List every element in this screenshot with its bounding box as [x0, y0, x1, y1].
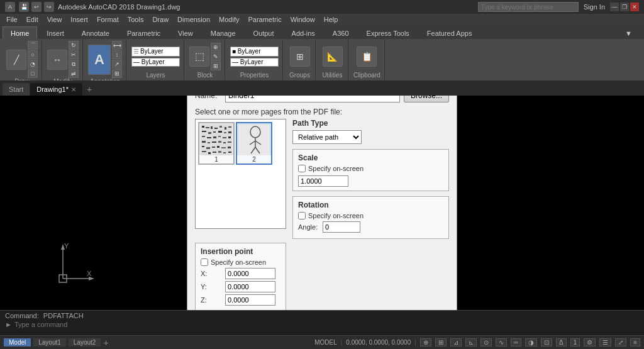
menu-edit[interactable]: Edit [23, 14, 42, 25]
menu-draw[interactable]: Draw [148, 14, 172, 25]
layout2-tab[interactable]: Layout2 [69, 338, 101, 346]
drawing1-tab-close[interactable]: ✕ [71, 86, 76, 93]
line-button[interactable]: ╱ [6, 50, 26, 70]
page-thumb-2[interactable]: 2 [236, 122, 272, 165]
tab-manage[interactable]: Manage [203, 26, 244, 39]
sel-cycling-button[interactable]: ⊡ [541, 338, 552, 346]
tab-express-tools[interactable]: Express Tools [358, 26, 418, 39]
tab-a360[interactable]: A360 [325, 26, 357, 39]
minimize-button[interactable]: — [610, 3, 619, 11]
grid-button[interactable]: ⊞ [435, 338, 447, 346]
tab-home[interactable]: Home [3, 26, 37, 39]
insertion-specify-checkbox[interactable] [201, 258, 208, 266]
doc-tab-drawing1[interactable]: Drawing1* ✕ [30, 83, 82, 96]
x-input[interactable] [225, 268, 275, 279]
otrack-button[interactable]: ∿ [496, 338, 507, 346]
snap-button[interactable]: ⊕ [420, 338, 431, 346]
page-thumb-1[interactable]: 1 [198, 122, 235, 165]
command-input-field[interactable] [14, 321, 639, 328]
dim2-button[interactable]: ↕ [112, 50, 122, 59]
leader-button[interactable]: ↗ [112, 60, 122, 69]
sign-in-link[interactable]: Sign In [584, 3, 605, 11]
paste-button[interactable]: 📋 [357, 47, 377, 67]
lineweight-selector[interactable]: — ByLayer [131, 58, 180, 67]
tab-featured-apps[interactable]: Featured Apps [419, 26, 480, 39]
menu-parametric[interactable]: Parametric [244, 14, 285, 25]
ortho-button[interactable]: ⊿ [450, 338, 462, 346]
scale-specify-checkbox[interactable] [298, 165, 306, 172]
block3-button[interactable]: ⊞ [211, 62, 221, 70]
layout1-tab[interactable]: Layout1 [33, 338, 66, 346]
rotation-angle-input[interactable] [323, 221, 360, 233]
menu-help[interactable]: Help [320, 14, 342, 25]
menu-format[interactable]: Format [93, 14, 123, 25]
close-button[interactable]: ✕ [630, 3, 639, 11]
group-button[interactable]: ⊞ [290, 47, 310, 67]
polyline-button[interactable]: ⌒ [28, 41, 38, 50]
rectangle-button[interactable]: □ [28, 69, 38, 78]
lwt-button[interactable]: ═ [511, 338, 521, 346]
table-button[interactable]: ⊞ [112, 69, 122, 78]
path-type-select[interactable]: Relative path Full path No path [292, 130, 362, 144]
anno-vis-button[interactable]: 1 [570, 338, 580, 346]
search-input[interactable] [478, 2, 579, 12]
polar-button[interactable]: ⊾ [465, 338, 477, 346]
text-button[interactable]: A [88, 45, 111, 75]
menu-modify[interactable]: Modify [215, 14, 243, 25]
units-button[interactable]: ☰ [599, 338, 611, 346]
dim-button[interactable]: ⟷ [112, 41, 122, 50]
menu-window[interactable]: Window [287, 14, 319, 25]
annotation-mon-button[interactable]: Δ [556, 338, 567, 346]
new-tab-button[interactable]: + [83, 83, 96, 96]
move-button[interactable]: ↔ [47, 50, 67, 70]
restore-button[interactable]: ❐ [620, 3, 629, 11]
doc-tab-start[interactable]: Start [3, 83, 30, 96]
svg-rect-41 [213, 152, 216, 153]
linetype-selector[interactable]: — ByLayer [230, 58, 279, 67]
edit-block-button[interactable]: ✎ [211, 52, 221, 61]
menu-tools[interactable]: Tools [124, 14, 148, 25]
properties-label: Properties [240, 72, 269, 79]
mirror-button[interactable]: ⇌ [69, 69, 79, 78]
insert-block-button[interactable]: ⬚ [189, 47, 209, 67]
menu-view[interactable]: View [43, 14, 66, 25]
tab-output[interactable]: Output [245, 26, 282, 39]
create-block-button[interactable]: ⊕ [211, 43, 221, 52]
menu-file[interactable]: File [3, 14, 21, 25]
undo-icon[interactable]: ↩ [31, 2, 42, 12]
groups-icons: ⊞ [290, 41, 310, 72]
rotate-button[interactable]: ↻ [69, 41, 79, 50]
browse-button[interactable]: Browse... [404, 96, 449, 102]
tab-annotate[interactable]: Annotate [74, 26, 118, 39]
page-thumbnails-container[interactable]: 1 [195, 119, 286, 229]
model-tab[interactable]: Model [4, 338, 31, 346]
tab-insert[interactable]: Insert [38, 26, 72, 39]
layer-selector[interactable]: ☰ ByLayer [131, 47, 180, 57]
z-input[interactable] [225, 294, 275, 306]
app-icon[interactable]: A [5, 2, 15, 12]
save-icon[interactable]: 💾 [19, 2, 29, 12]
fullscreen-button[interactable]: ⤢ [615, 338, 626, 346]
measure-button[interactable]: 📐 [323, 47, 343, 67]
tab-parametric[interactable]: Parametric [119, 26, 169, 39]
customization-button[interactable]: ≡ [630, 338, 640, 346]
transparency-button[interactable]: ◑ [525, 338, 537, 346]
arc-button[interactable]: ◔ [28, 60, 38, 69]
workspace-button[interactable]: ⚙ [584, 338, 596, 346]
add-layout-button[interactable]: + [103, 338, 108, 348]
tab-view[interactable]: View [170, 26, 201, 39]
menu-insert[interactable]: Insert [67, 14, 92, 25]
menu-dimension[interactable]: Dimension [174, 14, 214, 25]
y-input[interactable] [225, 281, 275, 292]
copy-button[interactable]: ⧉ [69, 60, 79, 69]
circle-button[interactable]: ○ [28, 50, 38, 59]
tab-add-ins[interactable]: Add-ins [284, 26, 323, 39]
redo-icon[interactable]: ↪ [44, 2, 54, 12]
name-input[interactable] [225, 96, 400, 102]
tab-expand[interactable]: ▼ [617, 26, 640, 39]
rotation-specify-checkbox[interactable] [298, 212, 306, 219]
osnap-button[interactable]: ⊙ [480, 338, 492, 346]
trim-button[interactable]: ✂ [69, 50, 79, 59]
scale-value-input[interactable] [298, 175, 348, 187]
color-selector[interactable]: ■ ByLayer [230, 47, 279, 57]
